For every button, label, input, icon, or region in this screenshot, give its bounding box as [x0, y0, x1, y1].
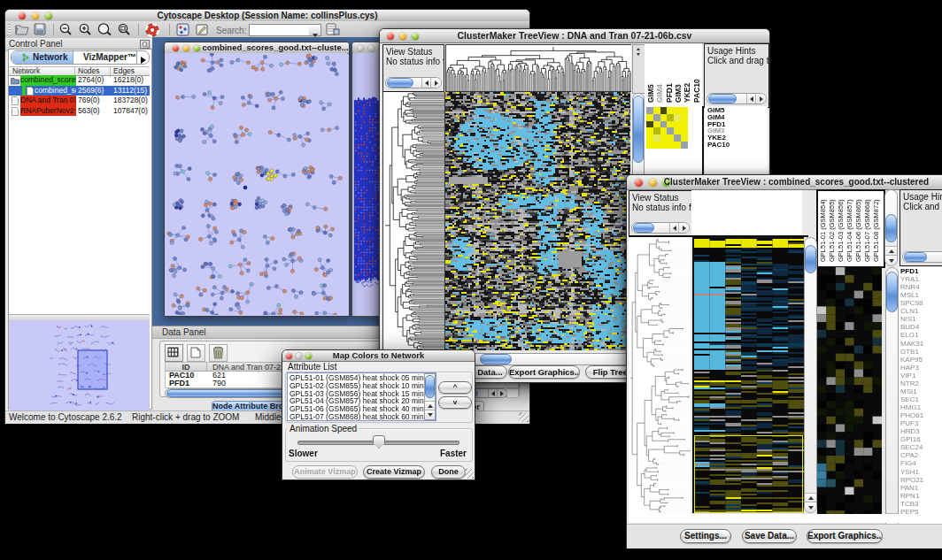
network-row[interactable]: DNA and Tran 07769(0)183728(0) [9, 96, 150, 106]
network-name[interactable]: combined_sco [35, 86, 76, 96]
usage-hints-scrollbar[interactable] [706, 93, 767, 104]
col-header-edges[interactable]: Edges [113, 67, 135, 75]
tv2-labels-vscrollbar[interactable] [884, 189, 898, 266]
attribute-item[interactable]: GPL51-07 (GSM868) heat shock 60 min [290, 413, 425, 421]
tv2-genes-vscrollbar[interactable] [885, 267, 899, 533]
tv2-row-dendrogram[interactable] [629, 237, 691, 514]
tv2-heat-vscrollbar[interactable] [804, 237, 817, 513]
network-name[interactable]: combined_scores_ [20, 75, 76, 86]
matrix-cell[interactable] [646, 114, 653, 121]
tab-overflow-button[interactable] [136, 51, 150, 64]
trash-icon-button[interactable] [209, 344, 228, 362]
attribute-listbox[interactable]: GPL51-01 (GSM854) heat shock 05 minGPL51… [287, 372, 436, 421]
matrix-cell[interactable] [674, 121, 681, 128]
create-vizmap-button[interactable]: Create Vizmap [363, 465, 425, 479]
scrollbar-thumb[interactable] [904, 252, 927, 262]
matrix-cell[interactable] [660, 107, 668, 114]
matrix-cell[interactable] [674, 134, 681, 142]
new-document-icon-button[interactable] [187, 344, 205, 362]
matrix-cell[interactable] [660, 114, 668, 121]
toolbar-drag-handle[interactable] [8, 24, 11, 35]
scrollbar-thumb[interactable] [886, 272, 898, 312]
settings-button[interactable]: Settings... [680, 529, 731, 543]
tv1-titlebar[interactable]: ClusterMaker TreeView : DNA and Tran 07-… [380, 29, 769, 43]
network-view-canvas[interactable] [165, 53, 347, 315]
matrix-cell[interactable] [667, 114, 674, 121]
matrix-cell[interactable] [667, 142, 674, 149]
network-name[interactable]: DNA and Tran 07 [20, 96, 76, 106]
mini-scroll-down-icon[interactable] [637, 53, 640, 56]
main-titlebar[interactable]: Cytoscape Desktop (Session Name: collins… [5, 10, 529, 22]
move-down-button[interactable]: v [438, 396, 472, 409]
import-table-icon[interactable] [326, 23, 340, 36]
view-status-scrollbar[interactable] [385, 77, 442, 88]
open-folder-icon[interactable] [15, 23, 29, 35]
minimize-button[interactable] [368, 45, 374, 51]
tv2-global-heatmap[interactable] [692, 237, 804, 513]
matrix-cell[interactable] [653, 127, 660, 134]
tv2-zoom-heatmap[interactable] [817, 267, 882, 518]
matrix-cell[interactable] [681, 127, 688, 134]
col-header-network[interactable]: Network [12, 67, 40, 75]
matrix-cell[interactable] [667, 121, 674, 128]
matrix-cell[interactable] [681, 134, 688, 142]
matrix-cell[interactable] [660, 142, 668, 149]
matrix-cell[interactable] [667, 127, 674, 134]
matrix-cell[interactable] [681, 142, 688, 149]
network-name[interactable]: RNAPuberNov2+! [20, 106, 76, 117]
scroll-down-arrow[interactable] [425, 410, 435, 419]
matrix-cell[interactable] [667, 134, 674, 142]
zoom-fit-icon[interactable] [97, 23, 112, 36]
view-status-scrollbar[interactable] [631, 222, 690, 234]
zoom-out-icon[interactable] [58, 23, 73, 36]
usage-hints-scrollbar[interactable] [902, 251, 942, 263]
zoom-in-icon[interactable] [78, 23, 92, 36]
matrix-cell[interactable] [646, 127, 653, 134]
tv1-row-dendrogram[interactable] [382, 92, 445, 351]
attribute-list-scrollbar[interactable] [424, 373, 436, 420]
network-row[interactable]: RNAPuberNov2+!563(0)107847(0) [9, 106, 150, 117]
scroll-right-arrow[interactable] [755, 94, 766, 104]
tv1-correlation-matrix[interactable] [646, 107, 688, 149]
matrix-cell[interactable] [653, 142, 660, 149]
search-input[interactable] [249, 24, 311, 36]
scroll-down-arrow[interactable] [805, 502, 816, 512]
matrix-cell[interactable] [653, 107, 660, 114]
close-button[interactable] [358, 45, 364, 51]
scrollbar-thumb[interactable] [805, 245, 816, 273]
tv1-mini-scroll[interactable] [632, 44, 645, 94]
matrix-cell[interactable] [660, 127, 668, 134]
zoom-button[interactable] [194, 45, 200, 51]
search-dropdown-button[interactable] [309, 24, 321, 36]
scroll-right-arrow[interactable] [430, 78, 441, 88]
mini-scroll-up-icon[interactable] [637, 48, 640, 50]
dialog-titlebar[interactable]: Map Colors to Network [282, 350, 475, 362]
matrix-cell[interactable] [667, 107, 674, 114]
attribute-table-icon-button[interactable] [165, 344, 183, 362]
annotation-icon[interactable] [196, 23, 209, 36]
scrollbar-thumb[interactable] [480, 354, 512, 364]
tv2-titlebar[interactable]: ClusterMaker TreeView : combined_scores_… [627, 175, 942, 190]
scrollbar-thumb[interactable] [633, 96, 644, 163]
matrix-cell[interactable] [660, 134, 668, 142]
matrix-cell[interactable] [674, 127, 681, 134]
matrix-cell[interactable] [646, 134, 653, 142]
scrollbar-thumb[interactable] [885, 214, 897, 242]
animate-vizmap-button[interactable]: Animate Vizmap [292, 465, 358, 479]
matrix-cell[interactable] [653, 134, 660, 142]
matrix-cell[interactable] [674, 107, 681, 114]
scroll-right-arrow[interactable] [678, 223, 689, 233]
tv1-heatmap[interactable] [445, 92, 630, 350]
matrix-cell[interactable] [660, 121, 668, 128]
zoom-selected-icon[interactable] [117, 23, 131, 36]
scroll-down-arrow[interactable] [885, 255, 897, 265]
matrix-cell[interactable] [681, 107, 688, 114]
matrix-cell[interactable] [681, 121, 688, 128]
export-graphics-button[interactable]: Export Graphics... [508, 365, 580, 379]
export-graphics-button[interactable]: Export Graphics... [807, 529, 883, 543]
matrix-cell[interactable] [653, 121, 660, 128]
move-up-button[interactable]: ^ [438, 381, 472, 394]
done-button[interactable]: Done [431, 465, 466, 479]
matrix-cell[interactable] [646, 121, 653, 128]
matrix-cell[interactable] [681, 114, 688, 121]
